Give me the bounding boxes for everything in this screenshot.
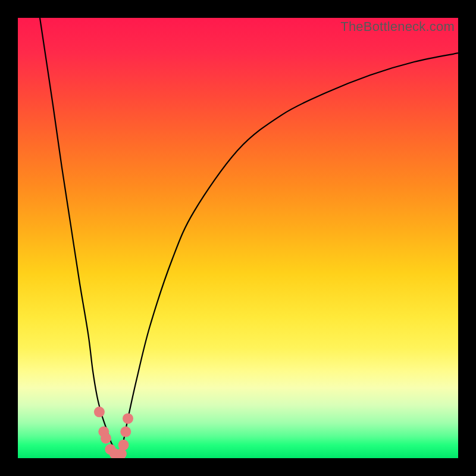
marker-dot xyxy=(118,440,129,450)
marker-dot xyxy=(123,413,133,424)
marker-dot xyxy=(101,433,111,444)
left-curve-path xyxy=(40,18,119,458)
marker-dot xyxy=(94,406,105,417)
chart-container: TheBottleneck.com xyxy=(0,0,476,476)
plot-area: TheBottleneck.com xyxy=(18,18,458,458)
curves-svg xyxy=(18,18,458,458)
marker-group xyxy=(94,406,133,458)
right-curve-path xyxy=(119,53,458,458)
marker-dot xyxy=(120,427,131,437)
